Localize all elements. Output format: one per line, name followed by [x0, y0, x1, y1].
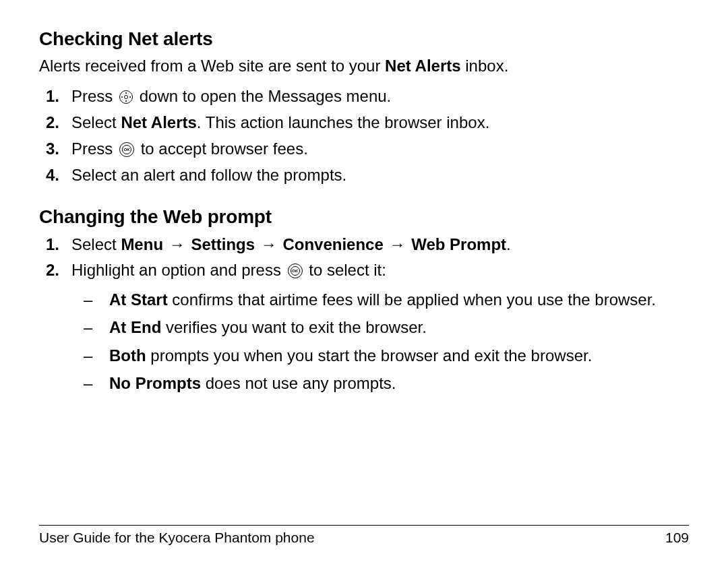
step-1: Select Menu → Settings → Convenience → W…: [39, 233, 689, 257]
option-both: Both prompts you when you start the brow…: [71, 345, 689, 366]
arrow-icon: →: [169, 233, 185, 257]
nav-key-icon: [119, 90, 133, 104]
step-4: Select an alert and follow the prompts.: [39, 164, 689, 187]
text: verifies you want to exit the browser.: [161, 318, 427, 336]
text: prompts you when you start the browser a…: [146, 346, 593, 365]
arrow-icon: →: [261, 233, 277, 257]
text: Select: [71, 235, 121, 253]
text: Press: [71, 139, 117, 158]
intro-paragraph: Alerts received from a Web site are sent…: [39, 55, 689, 77]
text: to accept browser fees.: [136, 139, 308, 158]
page-content: Checking Net alerts Alerts received from…: [39, 28, 689, 520]
option-at-end: At End verifies you want to exit the bro…: [71, 317, 689, 338]
option-at-start: At Start confirms that airtime fees will…: [71, 289, 689, 310]
steps-list-2: Select Menu → Settings → Convenience → W…: [39, 233, 689, 394]
text: inbox.: [461, 57, 509, 75]
step-2: Select Net Alerts. This action launches …: [39, 111, 689, 135]
menu-path: Convenience: [282, 235, 383, 253]
text: Highlight an option and press: [71, 261, 286, 279]
net-alerts-bold: Net Alerts: [121, 113, 196, 131]
page-footer: User Guide for the Kyocera Phantom phone…: [39, 525, 689, 546]
options-list: At Start confirms that airtime fees will…: [71, 289, 689, 394]
menu-path: Settings: [191, 235, 255, 253]
text: . This action launches the browser inbox…: [197, 113, 489, 131]
text: .: [506, 235, 511, 253]
footer-title: User Guide for the Kyocera Phantom phone: [39, 530, 315, 546]
ok-key-icon: [288, 263, 303, 278]
step-3: Press to accept browser fees.: [39, 137, 689, 161]
menu-path: Menu: [121, 235, 163, 253]
text: to select it:: [305, 261, 386, 279]
menu-path: Web Prompt: [411, 235, 506, 253]
ok-key-icon: [119, 142, 134, 157]
text: does not use any prompts.: [201, 374, 396, 392]
page-number: 109: [665, 530, 689, 546]
text: Press: [71, 87, 117, 105]
option-label: At End: [109, 318, 161, 336]
heading-changing-web-prompt: Changing the Web prompt: [39, 206, 689, 228]
net-alerts-bold: Net Alerts: [385, 57, 460, 75]
option-label: Both: [109, 346, 146, 365]
step-2: Highlight an option and press to select …: [39, 259, 689, 394]
steps-list-1: Press down to open the Messages menu. Se…: [39, 85, 689, 187]
heading-checking-net-alerts: Checking Net alerts: [39, 28, 689, 50]
option-label: At Start: [109, 290, 168, 309]
text: Alerts received from a Web site are sent…: [39, 57, 385, 75]
step-1: Press down to open the Messages menu.: [39, 85, 689, 108]
arrow-icon: →: [389, 233, 405, 257]
option-no-prompts: No Prompts does not use any prompts.: [71, 373, 689, 394]
text: Select: [71, 113, 121, 131]
option-label: No Prompts: [109, 374, 201, 392]
text: down to open the Messages menu.: [135, 87, 391, 105]
text: confirms that airtime fees will be appli…: [168, 290, 656, 309]
